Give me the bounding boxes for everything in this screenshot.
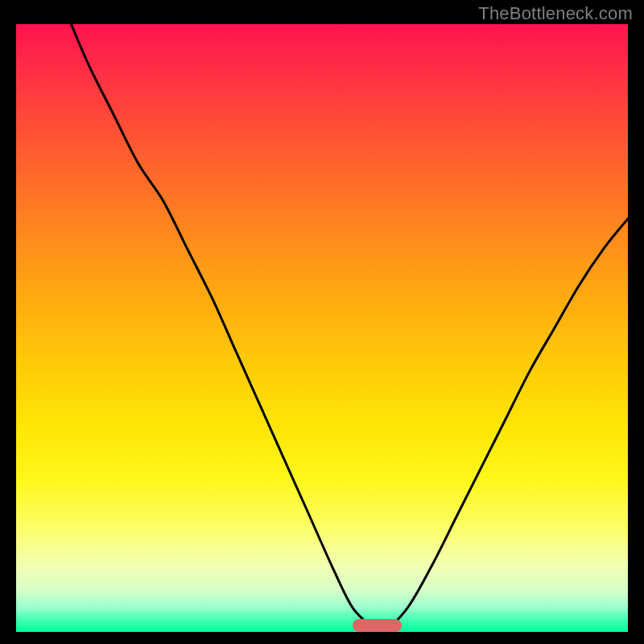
- chart-frame: TheBottleneck.com: [0, 0, 644, 644]
- optimal-range-marker: [353, 619, 402, 632]
- plot-area: [16, 24, 628, 632]
- bottleneck-curve: [16, 24, 628, 632]
- watermark-text: TheBottleneck.com: [478, 3, 633, 24]
